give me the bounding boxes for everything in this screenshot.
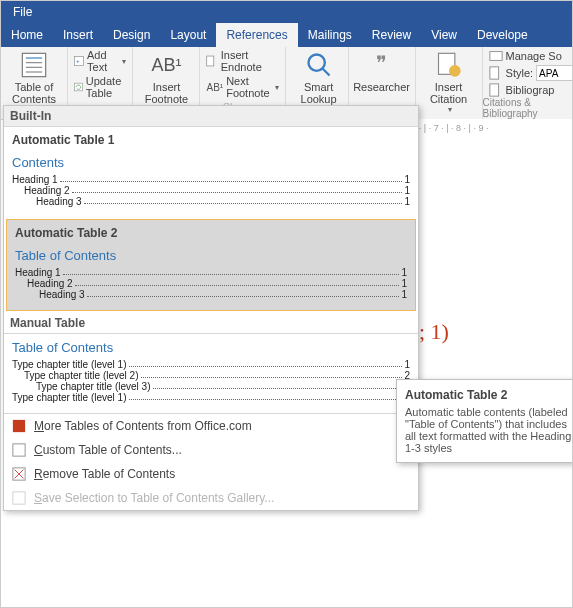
gallery-header-builtin: Built-In [4, 106, 418, 127]
tooltip: Automatic Table 2 Automatic table conten… [396, 379, 573, 463]
svg-line-11 [322, 69, 329, 76]
insert-citation-button[interactable]: Insert Citation ▾ [422, 49, 476, 115]
svg-rect-8 [207, 56, 214, 66]
thumb-title: Automatic Table 1 [12, 133, 410, 147]
toc-heading: Table of Contents [12, 340, 410, 355]
svg-rect-0 [22, 53, 45, 76]
toc-pg: 1 [404, 359, 410, 370]
document-text: ; 1) [419, 319, 449, 345]
toc-pg: 1 [404, 196, 410, 207]
svg-rect-14 [489, 52, 501, 61]
add-text-label: Add Text [87, 49, 117, 73]
dropdown-icon: ▾ [275, 83, 279, 92]
dropdown-icon: ▾ [448, 105, 452, 114]
toc-l1: Type chapter title (level 1) [12, 359, 127, 370]
toc-pg: 1 [401, 278, 407, 289]
toc-h1: Heading 1 [12, 174, 58, 185]
remove-icon [12, 467, 26, 481]
toc-l2: Type chapter title (level 2) [24, 370, 139, 381]
footnote-label: Insert Footnote [145, 81, 188, 105]
gallery-item-auto1[interactable]: Automatic Table 1 Contents Heading 11 He… [4, 127, 418, 217]
remove-toc-button[interactable]: Remove Table of Contents [4, 462, 418, 486]
style-row[interactable]: Style: [489, 65, 573, 81]
toc-heading: Contents [12, 155, 410, 170]
toc-pg: 1 [401, 267, 407, 278]
word-window: File Home Insert Design Layout Reference… [0, 0, 573, 608]
biblio-label: Bibliograp [506, 84, 555, 96]
tab-view[interactable]: View [421, 23, 467, 47]
toc-label: Table of Contents [12, 81, 56, 105]
file-menu[interactable]: File [1, 1, 44, 23]
toc-h2: Heading 2 [24, 185, 70, 196]
toc-h2: Heading 2 [27, 278, 73, 289]
tab-developer[interactable]: Develope [467, 23, 538, 47]
more-from-office-button[interactable]: MMore Tables of Contents from Office.com… [4, 414, 418, 438]
style-icon [489, 66, 503, 80]
office-icon [12, 419, 26, 433]
next-footnote-button[interactable]: AB¹ Next Footnote▾ [206, 75, 278, 99]
endnote-label: Insert Endnote [221, 49, 279, 73]
tab-home[interactable]: Home [1, 23, 53, 47]
save-icon [12, 491, 26, 505]
add-text-button[interactable]: + Add Text▾ [74, 49, 126, 73]
toc-gallery: Built-In Automatic Table 1 Contents Head… [3, 105, 419, 511]
gallery-header-manual: Manual Table [4, 313, 418, 334]
svg-rect-7 [75, 83, 83, 91]
svg-point-10 [308, 55, 324, 71]
tooltip-body: Automatic table contents (labeled "Table… [405, 406, 573, 454]
tab-layout[interactable]: Layout [160, 23, 216, 47]
style-select[interactable] [536, 65, 573, 81]
citations-group-label: Citations & Bibliography [483, 97, 573, 119]
manage-icon [489, 49, 503, 63]
svg-rect-18 [13, 444, 25, 456]
tab-design[interactable]: Design [103, 23, 160, 47]
next-footnote-label: Next Footnote [226, 75, 269, 99]
toc-l1: Type chapter title (level 1) [12, 392, 127, 403]
custom-toc-button[interactable]: Custom Table of Contents... [4, 438, 418, 462]
toc-pg: 1 [404, 174, 410, 185]
toc-h3: Heading 3 [39, 289, 85, 300]
endnote-icon [206, 54, 217, 68]
gallery-item-manual[interactable]: Table of Contents Type chapter title (le… [4, 334, 418, 413]
citation-label: Insert Citation [430, 81, 467, 105]
svg-rect-16 [489, 84, 498, 96]
toc-pg: 1 [404, 185, 410, 196]
manage-sources-button[interactable]: Manage So [489, 49, 573, 63]
toc-icon [20, 51, 48, 79]
ribbon-tabs: Home Insert Design Layout References Mai… [1, 23, 572, 47]
tab-mailings[interactable]: Mailings [298, 23, 362, 47]
insert-endnote-button[interactable]: Insert Endnote [206, 49, 278, 73]
svg-rect-22 [13, 492, 25, 504]
thumb-title: Automatic Table 2 [15, 226, 407, 240]
tab-references[interactable]: References [216, 23, 297, 47]
toc-heading: Table of Contents [15, 248, 407, 263]
dropdown-icon: ▾ [122, 57, 126, 66]
quote-icon: ❞ [368, 51, 396, 79]
bibliography-button[interactable]: Bibliograp [489, 83, 573, 97]
footnote-icon: AB¹ [152, 51, 180, 79]
researcher-label: Researcher [353, 81, 410, 93]
svg-rect-15 [489, 67, 498, 79]
custom-icon [12, 443, 26, 457]
svg-text:+: + [76, 58, 80, 65]
toc-h3: Heading 3 [36, 196, 82, 207]
toc-pg: 1 [401, 289, 407, 300]
toc-h1: Heading 1 [15, 267, 61, 278]
gallery-item-auto2[interactable]: Automatic Table 2 Table of Contents Head… [6, 219, 416, 311]
save-selection-button: Save Selection to Table of Contents Gall… [4, 486, 418, 510]
add-text-icon: + [74, 54, 84, 68]
biblio-icon [489, 83, 503, 97]
next-footnote-icon: AB¹ [206, 82, 223, 93]
tab-review[interactable]: Review [362, 23, 421, 47]
update-icon [74, 80, 83, 94]
smart-label: Smart Lookup [301, 81, 337, 105]
title-bar: File [1, 1, 572, 23]
tooltip-title: Automatic Table 2 [405, 388, 573, 402]
manage-label: Manage So [506, 50, 562, 62]
style-label: Style: [506, 67, 534, 79]
tab-insert[interactable]: Insert [53, 23, 103, 47]
citation-icon [435, 51, 463, 79]
update-table-button[interactable]: Update Table [74, 75, 126, 99]
svg-point-13 [449, 65, 461, 77]
svg-rect-17 [13, 420, 25, 432]
